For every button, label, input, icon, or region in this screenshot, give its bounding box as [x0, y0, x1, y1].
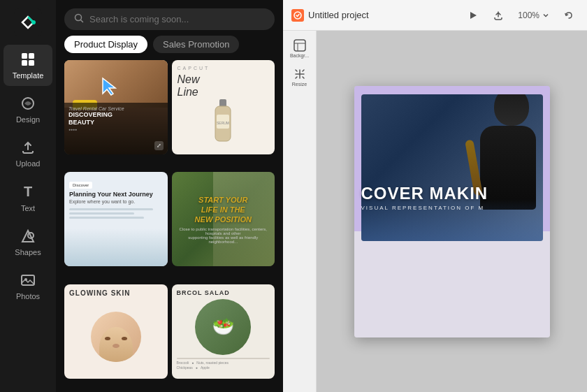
card1-expand-icon: ⤢ — [154, 141, 164, 150]
shapes-icon — [19, 227, 37, 245]
sidebar-item-text-label: Text — [21, 204, 35, 213]
canvas-photo — [361, 94, 543, 241]
svg-point-1 — [31, 20, 36, 24]
app-logo[interactable] — [14, 8, 42, 36]
sidebar-item-upload[interactable]: Upload — [3, 133, 52, 174]
text-icon: T — [19, 183, 37, 201]
sidebar-item-photos-label: Photos — [16, 292, 40, 301]
svg-rect-3 — [29, 53, 34, 59]
svg-rect-8 — [22, 275, 34, 285]
filter-product-display[interactable]: Product Display — [64, 36, 147, 53]
card5-title: GLOWING SKIN — [69, 289, 131, 297]
template-icon — [19, 50, 37, 68]
card1-service-label: Travel Rental Car Service — [68, 106, 164, 111]
resize-tool[interactable]: Resize — [286, 65, 314, 89]
svg-rect-17 — [294, 40, 305, 51]
canvas-overlay-text: COVER MAKIN VISUAL REPRESENTATION OF M — [361, 184, 543, 211]
svg-rect-0 — [14, 8, 42, 36]
card3-title: Planning Your Next Journey — [69, 191, 163, 198]
photos-icon — [19, 271, 37, 289]
search-icon — [74, 13, 84, 25]
canvas-topbar: Untitled project 100% — [283, 0, 587, 31]
canvas-content[interactable]: COVER MAKIN VISUAL REPRESENTATION OF M — [354, 86, 550, 337]
card4-sub: Close to public transportation facilitie… — [177, 227, 270, 244]
card2-title: NewLine — [177, 73, 270, 99]
card2-brand: CAPCUT — [177, 66, 270, 71]
sidebar-item-design-label: Design — [16, 115, 40, 124]
resize-tool-label: Resize — [292, 82, 307, 87]
background-tool[interactable]: Backgr... — [286, 36, 314, 61]
canvas-main-text: COVER MAKIN — [361, 184, 543, 203]
design-icon — [19, 94, 37, 112]
sidebar-item-template[interactable]: Template — [3, 45, 52, 86]
undo-button[interactable] — [559, 6, 579, 25]
middle-panel: Product Display Sales Promotion Travel R… — [56, 0, 283, 392]
project-title: Untitled project — [308, 10, 369, 20]
card1-sub: ●●●● — [68, 127, 164, 131]
sidebar-item-template-label: Template — [13, 71, 44, 80]
zoom-control[interactable]: 100% — [514, 10, 553, 20]
svg-rect-5 — [29, 60, 34, 66]
filter-row: Product Display Sales Promotion — [56, 36, 283, 60]
play-button[interactable] — [463, 6, 483, 25]
sidebar-item-design[interactable]: Design — [3, 89, 52, 130]
template-card-salad[interactable]: BRCOL SALAD 🥗 Broccoli●Nuts, roasted pie… — [172, 284, 275, 379]
card3-badge: Discover — [69, 182, 92, 189]
chevron-down-icon — [542, 12, 549, 19]
svg-rect-4 — [22, 60, 27, 66]
sidebar-item-shapes[interactable]: Shapes — [3, 222, 52, 263]
canvas-panel: Untitled project 100% — [283, 0, 587, 392]
canvas-sub-text: VISUAL REPRESENTATION OF M — [361, 205, 543, 211]
sidebar-item-upload-label: Upload — [16, 159, 41, 168]
card6-title: BRCOL SALAD — [177, 289, 270, 296]
filter-sales-promotion[interactable]: Sales Promotion — [153, 36, 239, 53]
template-card-new-position[interactable]: START YOURLIFE IN THENEW POSITION Close … — [172, 172, 275, 266]
template-card-journey[interactable]: Discover Planning Your Next Journey Expl… — [64, 172, 168, 266]
svg-text:SERUM: SERUM — [217, 121, 229, 125]
card6-food-image: 🥗 — [195, 299, 251, 355]
topbar-left: Untitled project — [291, 9, 458, 22]
upload-icon — [19, 138, 37, 157]
template-card-glowing-skin[interactable]: GLOWING SKIN — [64, 284, 168, 379]
template-card-discovering-beauty[interactable]: Travel Rental Car Service DiScoveRINgBEA… — [64, 60, 168, 154]
search-input[interactable] — [89, 14, 265, 24]
export-button[interactable] — [488, 6, 508, 25]
templates-grid: Travel Rental Car Service DiScoveRINgBEA… — [56, 60, 283, 392]
search-bar[interactable] — [64, 8, 275, 30]
canvas-tools-sidebar: Backgr... Resize — [283, 31, 317, 392]
card4-title: START YOURLIFE IN THENEW POSITION — [195, 195, 252, 225]
card6-ingredients: Broccoli●Nuts, roasted pieces Chickpeas●… — [177, 358, 270, 370]
card5-face — [91, 312, 141, 362]
background-tool-label: Backgr... — [290, 53, 309, 58]
template-card-new-line[interactable]: CAPCUT NewLine SERUM — [172, 60, 275, 154]
project-icon — [291, 9, 304, 22]
canvas-area: COVER MAKIN VISUAL REPRESENTATION OF M — [317, 31, 587, 392]
svg-marker-16 — [470, 12, 477, 19]
card3-subtitle: Explore where you want to go. — [69, 199, 163, 204]
svg-rect-2 — [22, 53, 27, 59]
topbar-right: 100% — [463, 6, 579, 25]
card2-bottle: SERUM — [205, 99, 240, 148]
zoom-level: 100% — [518, 10, 539, 20]
card3-lines — [69, 208, 163, 219]
sidebar-item-photos[interactable]: Photos — [3, 266, 52, 307]
sidebar: Template Design Upload T Text — [0, 0, 56, 392]
card1-main-title: DiScoveRINgBEAUTY — [68, 111, 164, 126]
sidebar-item-shapes-label: Shapes — [15, 248, 41, 257]
sidebar-item-text[interactable]: T Text — [3, 177, 52, 219]
